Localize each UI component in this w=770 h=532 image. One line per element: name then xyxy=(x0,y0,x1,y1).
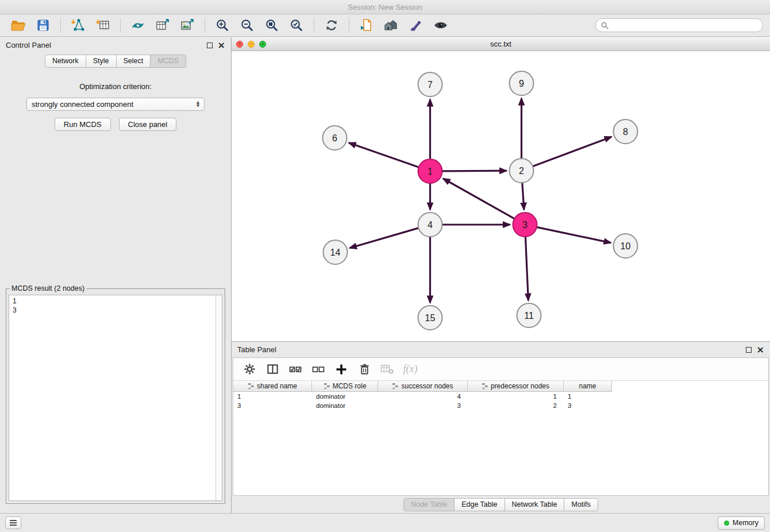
mcds-result-item[interactable]: 3 xyxy=(13,306,212,315)
zoom-selected-button[interactable] xyxy=(285,16,308,34)
table-row[interactable]: 3 dominator 3 2 3 xyxy=(233,401,768,410)
delete-column-button[interactable] xyxy=(355,361,374,378)
close-panel-icon[interactable]: × xyxy=(218,41,225,50)
import-network-button[interactable] xyxy=(67,16,90,34)
column-header-mcds-role[interactable]: MCDS role xyxy=(312,381,378,392)
network-graph[interactable]: 7968124314101511 xyxy=(232,51,770,341)
column-header-predecessor-nodes[interactable]: predecessor nodes xyxy=(468,381,564,392)
optimization-criterion-select[interactable]: strongly connected component ▲▼ xyxy=(26,98,205,111)
tab-network[interactable]: Network xyxy=(45,55,86,68)
export-image-icon xyxy=(180,18,194,32)
mcds-result-item[interactable]: 1 xyxy=(13,296,212,306)
neighbors-button[interactable] xyxy=(380,16,403,34)
zoom-in-button[interactable] xyxy=(211,16,234,34)
task-history-button[interactable] xyxy=(5,516,21,529)
search-input[interactable] xyxy=(612,21,757,30)
titlebar: Session: New Session xyxy=(0,0,770,14)
share-arrows-icon xyxy=(131,18,145,32)
export-image-button[interactable] xyxy=(176,16,199,34)
graph-edge-1-2[interactable] xyxy=(442,171,506,171)
close-panel-icon[interactable]: × xyxy=(757,345,764,354)
tab-network-table[interactable]: Network Table xyxy=(505,498,565,511)
open-session-button[interactable] xyxy=(7,16,30,34)
toolbar-separator xyxy=(60,18,61,33)
save-session-button[interactable] xyxy=(32,16,55,34)
add-column-button[interactable] xyxy=(332,361,351,378)
list-icon xyxy=(9,519,17,526)
table-cell: 1 xyxy=(233,393,312,400)
graph-edge-1-6[interactable] xyxy=(349,143,419,167)
tab-node-table[interactable]: Node Table xyxy=(403,498,455,511)
graph-edge-2-8[interactable] xyxy=(533,137,611,166)
fx-icon: f(x) xyxy=(403,363,418,375)
float-panel-icon[interactable] xyxy=(746,347,752,353)
column-header-successor-nodes[interactable]: successor nodes xyxy=(378,381,468,392)
memory-label: Memory xyxy=(733,519,759,527)
memory-button[interactable]: Memory xyxy=(718,516,765,530)
zoom-fit-icon xyxy=(265,18,279,32)
save-icon xyxy=(37,19,49,32)
trash-icon xyxy=(359,363,371,375)
table-row[interactable]: 1 dominator 4 1 1 xyxy=(233,392,768,401)
table-settings-button[interactable] xyxy=(240,361,259,378)
network-window-title: scc.txt xyxy=(232,40,770,48)
tab-select[interactable]: Select xyxy=(116,55,151,68)
show-details-button[interactable] xyxy=(429,16,452,34)
graph-edge-4-14[interactable] xyxy=(349,228,418,248)
network-window-titlebar: scc.txt × − + xyxy=(232,37,770,51)
tab-edge-table[interactable]: Edge Table xyxy=(454,498,505,511)
graph-edge-3-10[interactable] xyxy=(537,227,611,242)
import-network-icon xyxy=(71,18,85,32)
graph-edge-3-1[interactable] xyxy=(443,179,514,219)
export-table-button[interactable] xyxy=(151,16,174,34)
window-close-button[interactable]: × xyxy=(236,41,243,48)
apply-style-button[interactable] xyxy=(355,16,378,34)
tab-style[interactable]: Style xyxy=(86,55,117,68)
search-field[interactable] xyxy=(595,18,763,32)
import-table-button[interactable] xyxy=(91,16,114,34)
close-panel-button[interactable]: Close panel xyxy=(119,118,177,131)
refresh-button[interactable] xyxy=(320,16,343,34)
zoom-selected-icon xyxy=(290,18,303,32)
zoom-out-button[interactable] xyxy=(236,16,259,34)
graph-edge-3-11[interactable] xyxy=(525,237,528,300)
graph-edge-2-3[interactable] xyxy=(522,183,524,210)
table-panel-title: Table Panel xyxy=(237,345,276,354)
tab-mcds[interactable]: MCDS xyxy=(150,55,186,68)
result-scrollbar[interactable] xyxy=(215,295,222,500)
graph-node-label: 8 xyxy=(623,127,628,137)
share-network-button[interactable] xyxy=(126,16,149,34)
function-builder-button[interactable]: f(x) xyxy=(401,361,419,378)
refresh-icon xyxy=(325,18,338,32)
graph-node-label: 1 xyxy=(428,167,433,176)
unchecked-boxes-icon xyxy=(312,364,325,375)
delete-table-button[interactable] xyxy=(378,361,396,378)
column-header-name[interactable]: name xyxy=(564,381,612,392)
column-header-shared-name[interactable]: shared name xyxy=(233,381,312,392)
zoom-out-icon xyxy=(240,18,254,32)
tab-motifs[interactable]: Motifs xyxy=(564,498,598,511)
mcds-result-title: MCDS result (2 nodes) xyxy=(10,284,86,292)
zoom-fit-button[interactable] xyxy=(260,16,283,34)
network-canvas[interactable]: 7968124314101511 xyxy=(232,51,770,341)
window-zoom-button[interactable]: + xyxy=(259,41,266,48)
control-panel: Control Panel × Network Style Select MCD… xyxy=(0,37,232,513)
table-panel-content: f(x) shared name MCDS role xyxy=(233,357,769,496)
window-title: Session: New Session xyxy=(348,3,422,11)
run-mcds-button[interactable]: Run MCDS xyxy=(55,118,111,131)
zoom-in-icon xyxy=(215,18,229,32)
column-type-icon xyxy=(248,383,255,390)
control-panel-tabs: Network Style Select MCDS xyxy=(0,53,231,73)
control-panel-header: Control Panel × xyxy=(0,37,231,53)
delete-table-icon xyxy=(380,364,394,375)
window-minimize-button[interactable]: − xyxy=(248,41,255,48)
mcds-result-list[interactable]: 1 3 xyxy=(9,295,222,501)
style-brush-button[interactable] xyxy=(405,16,428,34)
float-panel-icon[interactable] xyxy=(207,43,213,48)
mcds-panel-body: Optimization criterion: strongly connect… xyxy=(0,73,231,131)
show-column-button[interactable] xyxy=(263,361,282,378)
deselect-all-button[interactable] xyxy=(309,361,328,378)
table-panel-header: Table Panel × xyxy=(232,342,770,357)
select-all-button[interactable] xyxy=(286,361,305,378)
mcds-result-group: MCDS result (2 nodes) 1 3 xyxy=(6,284,225,504)
